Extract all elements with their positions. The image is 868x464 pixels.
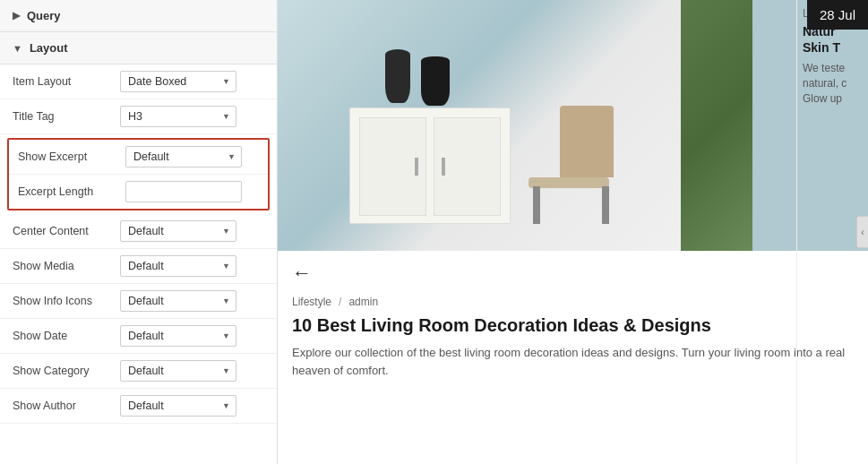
show-media-control: DefaultYesNo [120, 255, 264, 277]
partial-article-excerpt: We teste natural, c Glow up [797, 56, 868, 111]
handle-right [442, 158, 445, 176]
cabinet-door-right [434, 117, 501, 216]
nav-area: ← [278, 251, 868, 296]
show-info-icons-select-wrapper: DefaultYesNo [120, 290, 236, 312]
show-info-icons-row: Show Info Icons DefaultYesNo [0, 284, 277, 319]
date-badge: 28 Jul [807, 0, 868, 30]
settings-panel: ▶ Query ▼ Layout Item Layout Date Boxed … [0, 0, 278, 464]
title-tag-select-wrapper: H3 H1 H2 H4 [120, 106, 236, 127]
show-category-row: Show Category DefaultYesNo [0, 354, 277, 389]
show-author-select-wrapper: DefaultYesNo [120, 395, 236, 417]
vase-dark-2 [421, 56, 450, 106]
show-info-icons-label: Show Info Icons [13, 295, 120, 307]
show-date-label: Show Date [13, 330, 120, 342]
blog-author: admin [348, 296, 378, 308]
item-layout-select-wrapper: Date Boxed Default Classic [120, 71, 236, 92]
show-date-select-wrapper: DefaultYesNo [120, 325, 236, 347]
show-category-select-wrapper: DefaultYesNo [120, 360, 236, 382]
query-section-header[interactable]: ▶ Query [0, 0, 277, 32]
show-date-select[interactable]: DefaultYesNo [120, 325, 236, 347]
item-layout-label: Item Layout [13, 75, 120, 88]
chair-seat [529, 177, 609, 188]
query-section-label: Query [27, 9, 61, 22]
show-date-control: DefaultYesNo [120, 325, 264, 347]
show-media-select[interactable]: DefaultYesNo [120, 255, 236, 277]
center-content-select[interactable]: DefaultYesNo [120, 220, 236, 242]
handle-left [415, 158, 418, 176]
vase-dark-1 [385, 49, 410, 103]
excerpt-length-control [125, 181, 259, 202]
chair-back [560, 106, 614, 177]
chair-leg-1 [533, 186, 540, 224]
show-category-control: DefaultYesNo [120, 360, 264, 382]
center-content-row: Center Content DefaultYesNo [0, 214, 277, 249]
blog-content: Lifestyle / admin 10 Best Living Room De… [278, 296, 868, 393]
excerpt-length-row: Excerpt Length [9, 175, 268, 209]
preview-panel: 28 Jul [278, 0, 868, 464]
title-tag-control: H3 H1 H2 H4 [120, 106, 264, 127]
show-category-select[interactable]: DefaultYesNo [120, 360, 236, 382]
show-excerpt-select-wrapper: Default Yes No [125, 146, 242, 168]
item-layout-row: Item Layout Date Boxed Default Classic [0, 64, 277, 99]
item-layout-select[interactable]: Date Boxed Default Classic [120, 71, 236, 92]
center-content-control: DefaultYesNo [120, 220, 264, 242]
title-tag-row: Title Tag H3 H1 H2 H4 [0, 99, 277, 134]
show-info-icons-control: DefaultYesNo [120, 290, 264, 312]
layout-section-label: Layout [30, 41, 68, 55]
excerpt-highlight-group: Show Excerpt Default Yes No Excerpt Leng… [7, 138, 270, 211]
show-excerpt-select[interactable]: Default Yes No [125, 146, 242, 168]
show-author-control: DefaultYesNo [120, 395, 264, 417]
excerpt-length-label: Excerpt Length [18, 185, 125, 198]
blog-excerpt: Explore our collection of the best livin… [292, 344, 854, 379]
center-content-label: Center Content [13, 225, 120, 237]
blog-image-area: 28 Jul [278, 0, 868, 251]
show-media-label: Show Media [13, 260, 120, 272]
blog-category: Lifestyle [292, 296, 331, 308]
show-excerpt-label: Show Excerpt [18, 150, 125, 163]
blog-meta: Lifestyle / admin [292, 296, 854, 308]
blog-meta-separator: / [339, 296, 341, 308]
layout-section-header[interactable]: ▼ Layout [0, 32, 277, 64]
query-arrow-icon: ▶ [13, 10, 20, 21]
show-date-row: Show Date DefaultYesNo [0, 319, 277, 354]
chair-leg-2 [602, 186, 609, 224]
blog-title: 10 Best Living Room Decoration Ideas & D… [292, 314, 854, 337]
back-arrow-icon[interactable]: ← [292, 262, 312, 285]
show-author-label: Show Author [13, 400, 120, 412]
show-author-select[interactable]: DefaultYesNo [120, 395, 236, 417]
show-author-row: Show Author DefaultYesNo [0, 389, 277, 424]
excerpt-length-input[interactable] [125, 181, 242, 202]
blog-main-image [278, 0, 681, 251]
blog-secondary-image [681, 0, 752, 251]
show-excerpt-control: Default Yes No [125, 146, 259, 168]
show-excerpt-row: Show Excerpt Default Yes No [9, 140, 268, 175]
show-info-icons-select[interactable]: DefaultYesNo [120, 290, 236, 312]
item-layout-control: Date Boxed Default Classic [120, 71, 264, 92]
show-category-label: Show Category [13, 365, 120, 377]
chair-shape [520, 99, 627, 233]
title-tag-select[interactable]: H3 H1 H2 H4 [120, 106, 236, 127]
title-tag-label: Title Tag [13, 110, 120, 123]
layout-arrow-icon: ▼ [13, 43, 22, 54]
cabinet-shape [349, 107, 511, 224]
show-media-row: Show Media DefaultYesNo [0, 249, 277, 284]
center-content-select-wrapper: DefaultYesNo [120, 220, 236, 242]
cabinet-door-left [359, 117, 426, 216]
show-media-select-wrapper: DefaultYesNo [120, 255, 236, 277]
